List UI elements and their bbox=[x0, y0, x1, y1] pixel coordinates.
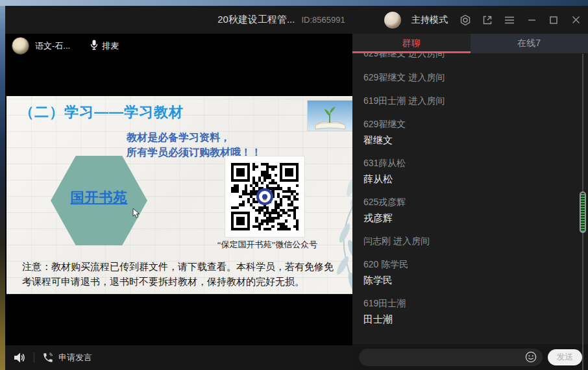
chat-message: 629翟继文 进入房间 bbox=[363, 53, 577, 60]
minimize-icon[interactable] bbox=[526, 14, 537, 26]
desktop-wallpaper: 20秋建设工程管... ID:8565991 主持模式 bbox=[0, 0, 588, 370]
app-window: 20秋建设工程管... ID:8565991 主持模式 bbox=[5, 6, 588, 370]
close-icon[interactable] bbox=[570, 14, 582, 26]
chat-scrollbar-thumb[interactable] bbox=[580, 191, 586, 233]
chat-panel: 群聊 在线7 629翟继文 进入房间629翟继文 进入房间619田士潮 进入房间… bbox=[352, 34, 588, 370]
presenter-row: 语文-石... 排麦 bbox=[12, 37, 119, 55]
wallpaper-top-strip bbox=[0, 0, 588, 6]
slide-title: （二）学习——学习教材 bbox=[19, 103, 184, 122]
stage-bottom-bar: 申请发言 bbox=[5, 345, 352, 370]
chat-input-row: 发送 bbox=[352, 344, 588, 370]
room-id: ID:8565991 bbox=[301, 15, 345, 25]
leaf-decoration-upper bbox=[333, 174, 352, 232]
mic-queue-button[interactable]: 排麦 bbox=[90, 40, 119, 52]
tab-group-chat[interactable]: 群聊 bbox=[352, 34, 471, 53]
chat-message: 629翟继文 进入房间 bbox=[363, 71, 577, 84]
chat-message: 620 陈学民陈学民 bbox=[363, 258, 577, 286]
slide-body-text: 教材是必备学习资料， 所有学员必须订购教材哦！！ bbox=[127, 130, 262, 160]
window-title: 20秋建设工程管... bbox=[217, 14, 295, 26]
chat-message: 629翟继文翟继文 bbox=[363, 118, 577, 146]
presenter-name: 语文-石... bbox=[35, 40, 70, 52]
request-speak-button[interactable]: 申请发言 bbox=[42, 352, 92, 364]
chat-input[interactable] bbox=[359, 349, 543, 366]
qr-caption: “保定国开书苑”微信公众号 bbox=[215, 239, 319, 251]
host-mode-label: 主持模式 bbox=[411, 14, 448, 26]
emoji-icon[interactable] bbox=[525, 351, 537, 363]
chat-message: 631薛从松薛从松 bbox=[363, 157, 577, 185]
host-avatar[interactable] bbox=[384, 12, 401, 29]
menu-icon[interactable] bbox=[504, 14, 515, 26]
presentation-slide: （二）学习——学习教材 教材是必备学习资料， 所有学员必须订购教材哦！！ 国开书… bbox=[6, 96, 352, 294]
tab-online-users[interactable]: 在线7 bbox=[471, 34, 588, 53]
chat-tabs: 群聊 在线7 bbox=[352, 34, 588, 53]
hexagon-link-label: 国开书苑 bbox=[51, 188, 147, 206]
slide-note: 注意：教材购买流程已传到群文件，请下载查看。本科学员，若有免修免考课程可申请退书… bbox=[22, 260, 337, 290]
microphone-icon bbox=[90, 40, 98, 52]
book-sprout-image bbox=[308, 101, 352, 130]
chat-message: 619田士潮田士潮 bbox=[363, 297, 577, 325]
divider bbox=[34, 352, 34, 363]
request-speak-label: 申请发言 bbox=[58, 352, 92, 364]
video-stage: 语文-石... 排麦 （二）学习——学习教材 教材是必备学习资料， 所有学员必须… bbox=[5, 34, 352, 370]
send-button[interactable]: 发送 bbox=[548, 349, 582, 365]
popout-icon[interactable] bbox=[482, 14, 493, 26]
qr-center-logo bbox=[256, 188, 273, 205]
mouse-cursor bbox=[132, 208, 140, 219]
chat-message: 625戎彦辉戎彦辉 bbox=[363, 196, 577, 224]
settings-hexagon-icon[interactable] bbox=[459, 14, 471, 26]
chat-messages[interactable]: 629翟继文 进入房间629翟继文 进入房间619田士潮 进入房间629翟继文翟… bbox=[352, 53, 588, 344]
hexagon-shape: 国开书苑 bbox=[51, 156, 147, 245]
title-bar: 20秋建设工程管... ID:8565991 主持模式 bbox=[5, 6, 588, 34]
presenter-avatar[interactable] bbox=[12, 37, 29, 55]
speaker-icon[interactable] bbox=[13, 352, 26, 364]
chat-message: 619田士潮 进入房间 bbox=[363, 95, 577, 107]
chat-message: 闫志刚 进入房间 bbox=[363, 235, 577, 247]
mic-queue-label: 排麦 bbox=[102, 40, 119, 52]
maximize-icon[interactable] bbox=[548, 14, 559, 26]
qr-code-box bbox=[225, 156, 304, 237]
phone-icon bbox=[42, 352, 54, 364]
